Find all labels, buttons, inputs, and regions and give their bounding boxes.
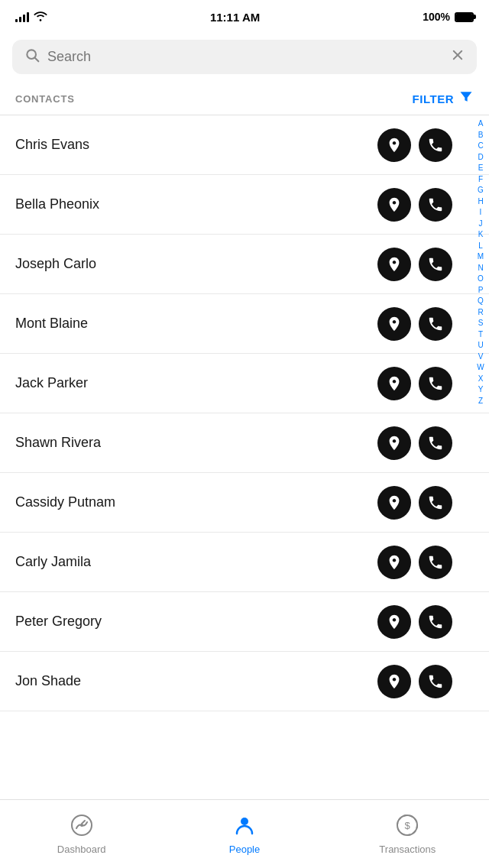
alpha-letter[interactable]: Z bbox=[478, 396, 483, 407]
call-button[interactable] bbox=[419, 128, 452, 162]
battery-percent: 100% bbox=[423, 11, 450, 23]
contact-actions bbox=[377, 307, 452, 341]
alpha-letter[interactable]: F bbox=[478, 174, 483, 186]
time-display: 11:11 AM bbox=[210, 11, 260, 24]
call-button[interactable] bbox=[419, 188, 452, 222]
contact-row: Joseph Carlo bbox=[0, 235, 489, 294]
contact-actions bbox=[377, 188, 452, 222]
contact-name: Jon Shade bbox=[15, 673, 377, 689]
contact-name: Cassidy Putnam bbox=[15, 494, 377, 510]
alpha-letter[interactable]: I bbox=[480, 207, 482, 219]
filter-label: FILTER bbox=[413, 92, 454, 105]
alpha-letter[interactable]: L bbox=[478, 241, 483, 252]
contact-row: Mont Blaine bbox=[0, 294, 489, 354]
alpha-letter[interactable]: B bbox=[478, 130, 484, 141]
contact-actions bbox=[377, 367, 452, 400]
contact-name: Shawn Rivera bbox=[15, 435, 377, 451]
alpha-letter[interactable]: P bbox=[478, 285, 484, 296]
contact-name: Carly Jamila bbox=[15, 554, 377, 570]
alpha-letter[interactable]: U bbox=[478, 340, 483, 351]
location-button[interactable] bbox=[377, 248, 411, 281]
call-button[interactable] bbox=[419, 426, 452, 460]
search-input[interactable] bbox=[47, 49, 443, 65]
alpha-letter[interactable]: Q bbox=[478, 296, 484, 307]
filter-button[interactable]: FILTER bbox=[413, 89, 474, 108]
status-bar: 11:11 AM 100% bbox=[0, 0, 489, 34]
search-bar[interactable] bbox=[12, 40, 477, 74]
contact-actions bbox=[377, 665, 452, 698]
people-tab-label: People bbox=[229, 844, 260, 855]
alpha-letter[interactable]: C bbox=[478, 141, 483, 152]
contact-name: Joseph Carlo bbox=[15, 256, 377, 272]
filter-icon bbox=[458, 89, 474, 108]
call-button[interactable] bbox=[419, 546, 452, 579]
alpha-letter[interactable]: R bbox=[478, 307, 483, 319]
contact-list: Chris Evans Bella Pheonix bbox=[0, 115, 489, 711]
contact-actions bbox=[377, 546, 452, 579]
status-left bbox=[15, 11, 47, 24]
contact-name: Bella Pheonix bbox=[15, 196, 377, 212]
contact-row: Chris Evans bbox=[0, 115, 489, 175]
location-button[interactable] bbox=[377, 665, 411, 698]
alpha-letter[interactable]: H bbox=[478, 196, 483, 208]
location-button[interactable] bbox=[377, 367, 411, 400]
location-button[interactable] bbox=[377, 605, 411, 639]
alpha-letter[interactable]: J bbox=[479, 219, 483, 230]
alpha-letter[interactable]: K bbox=[478, 229, 484, 241]
location-button[interactable] bbox=[377, 307, 411, 341]
alpha-letter[interactable]: Y bbox=[478, 384, 484, 396]
wifi-icon bbox=[34, 11, 47, 24]
status-right: 100% bbox=[423, 11, 474, 23]
tab-transactions[interactable]: $ Transactions bbox=[326, 813, 489, 855]
alpha-letter[interactable]: M bbox=[478, 251, 484, 263]
alpha-letter[interactable]: W bbox=[477, 362, 484, 374]
alpha-letter[interactable]: O bbox=[478, 274, 484, 285]
alphabet-index[interactable]: ABCDEFGHIJKLMNOPQRSTUVWXYZ bbox=[472, 115, 489, 410]
contact-name: Jack Parker bbox=[15, 375, 377, 391]
location-button[interactable] bbox=[377, 486, 411, 520]
signal-icon bbox=[15, 11, 29, 22]
tab-dashboard[interactable]: Dashboard bbox=[0, 813, 163, 855]
search-icon bbox=[24, 47, 40, 66]
transactions-icon: $ bbox=[395, 813, 419, 840]
tab-bar: Dashboard People $ Transactions bbox=[0, 799, 489, 868]
contact-actions bbox=[377, 486, 452, 520]
call-button[interactable] bbox=[419, 665, 452, 698]
call-button[interactable] bbox=[419, 248, 452, 281]
alpha-letter[interactable]: D bbox=[478, 152, 483, 164]
contact-row: Jack Parker bbox=[0, 354, 489, 413]
alpha-letter[interactable]: G bbox=[478, 185, 484, 196]
call-button[interactable] bbox=[419, 486, 452, 520]
location-button[interactable] bbox=[377, 128, 411, 162]
contact-row: Bella Pheonix bbox=[0, 175, 489, 235]
contact-actions bbox=[377, 128, 452, 162]
tab-people[interactable]: People bbox=[163, 813, 325, 855]
alpha-letter[interactable]: E bbox=[478, 163, 484, 174]
dashboard-icon bbox=[70, 813, 94, 840]
battery-icon bbox=[455, 12, 474, 22]
location-button[interactable] bbox=[377, 546, 411, 579]
location-button[interactable] bbox=[377, 426, 411, 460]
alpha-letter[interactable]: X bbox=[478, 374, 484, 385]
contact-row: Jon Shade bbox=[0, 652, 489, 711]
contact-name: Mont Blaine bbox=[15, 316, 377, 332]
call-button[interactable] bbox=[419, 307, 452, 341]
clear-search-button[interactable] bbox=[451, 48, 465, 66]
alpha-letter[interactable]: A bbox=[478, 118, 484, 130]
alpha-letter[interactable]: S bbox=[478, 318, 484, 329]
contact-row: Shawn Rivera bbox=[0, 413, 489, 473]
transactions-tab-label: Transactions bbox=[379, 844, 436, 855]
alpha-letter[interactable]: N bbox=[478, 263, 483, 274]
contact-actions bbox=[377, 426, 452, 460]
people-icon bbox=[232, 813, 257, 840]
call-button[interactable] bbox=[419, 605, 452, 639]
svg-point-7 bbox=[241, 818, 248, 825]
contact-row: Cassidy Putnam bbox=[0, 473, 489, 533]
call-button[interactable] bbox=[419, 367, 452, 400]
location-button[interactable] bbox=[377, 188, 411, 222]
alpha-letter[interactable]: V bbox=[478, 351, 484, 363]
contact-name: Peter Gregory bbox=[15, 614, 377, 630]
svg-line-1 bbox=[35, 58, 39, 62]
svg-text:$: $ bbox=[405, 820, 411, 831]
alpha-letter[interactable]: T bbox=[478, 329, 483, 341]
